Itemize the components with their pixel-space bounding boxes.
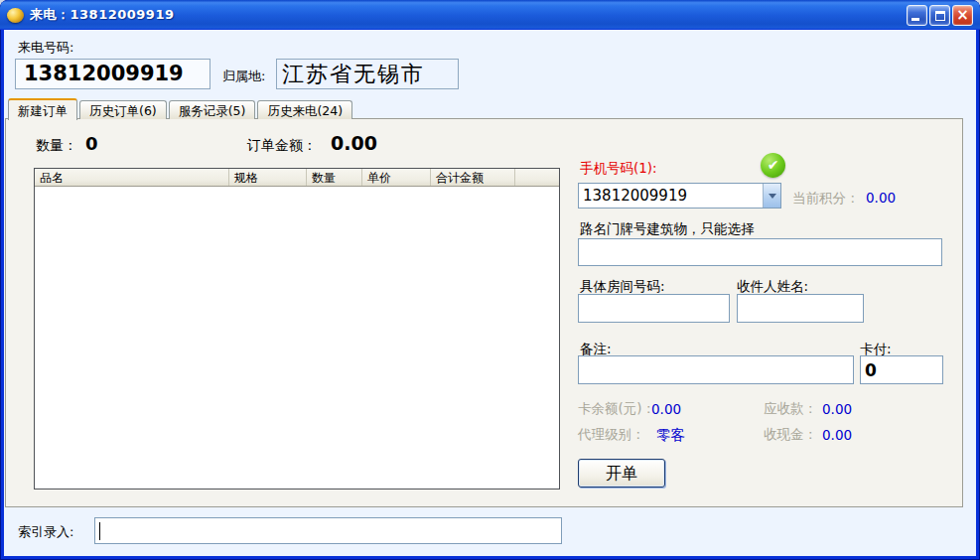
quantity-label: 数量： [36, 137, 77, 155]
column-header-spec[interactable]: 规格 [229, 169, 307, 186]
tabstrip: 新建订单 历史订单(6) 服务记录(5) 历史来电(24) [8, 98, 354, 119]
mobile-number-value: 13812009919 [579, 187, 763, 205]
app-icon [7, 8, 24, 23]
index-entry-label: 索引录入: [18, 523, 73, 541]
column-header-filler [515, 169, 559, 186]
agent-level-label: 代理级别： [578, 426, 645, 444]
close-icon: × [953, 6, 972, 25]
room-number-input[interactable] [578, 294, 730, 323]
new-order-panel: 数量： 0 订单金额： 0.00 品名 规格 数量 单价 合计金额 手机号码(1… [5, 118, 963, 507]
receivable-label: 应收款： [764, 400, 817, 418]
close-button[interactable]: × [952, 5, 973, 26]
location-label: 归属地: [222, 68, 265, 85]
column-header-qty[interactable]: 数量 [307, 169, 362, 186]
mobile-number-label: 手机号码(1): [580, 160, 657, 178]
order-amount-label: 订单金额： [247, 137, 317, 155]
client-area: 来电号码: 13812009919 归属地: 江苏省无锡市 新建订单 历史订单(… [4, 30, 976, 556]
chevron-down-icon [769, 194, 776, 199]
call-popup-window: 来电：13812009919 × 来电号码: 13812009919 归属地: … [0, 0, 980, 560]
combobox-dropdown-button[interactable] [763, 184, 780, 208]
quantity-value: 0 [85, 133, 98, 154]
cash-label: 收现金： [764, 426, 817, 444]
maximize-button[interactable] [929, 5, 950, 26]
caller-number-box: 13812009919 [15, 59, 210, 89]
tab-new-order[interactable]: 新建订单 [8, 98, 77, 120]
window-controls: × [907, 5, 973, 26]
address-label: 路名门牌号建筑物，只能选择 [580, 220, 755, 238]
receivable-value: 0.00 [822, 401, 852, 417]
order-amount-value: 0.00 [331, 132, 377, 154]
address-input[interactable] [578, 238, 942, 266]
window-title: 来电：13812009919 [30, 6, 907, 24]
verified-check-icon: ✔ [761, 153, 785, 178]
location-box: 江苏省无锡市 [276, 59, 459, 89]
text-caret [99, 522, 100, 540]
remark-input[interactable] [578, 355, 854, 384]
order-items-table[interactable]: 品名 规格 数量 单价 合计金额 [34, 168, 560, 490]
card-pay-input[interactable] [860, 355, 943, 384]
column-header-product[interactable]: 品名 [35, 169, 229, 186]
agent-level-value: 零客 [656, 426, 685, 445]
titlebar: 来电：13812009919 × [0, 0, 980, 30]
caller-number-label: 来电号码: [18, 39, 73, 57]
cash-value: 0.00 [822, 427, 852, 443]
index-entry-input[interactable] [94, 517, 562, 544]
tab-order-history[interactable]: 历史订单(6) [79, 100, 167, 119]
open-order-button[interactable]: 开单 [578, 459, 665, 488]
tab-service-records[interactable]: 服务记录(5) [169, 100, 256, 119]
card-balance-value: 0.00 [651, 401, 681, 417]
maximize-icon [935, 11, 945, 21]
points-value: 0.00 [866, 190, 896, 206]
order-items-header: 品名 规格 数量 单价 合计金额 [35, 169, 559, 187]
minimize-button[interactable] [907, 5, 927, 26]
points-label: 当前积分： [792, 190, 860, 208]
minimize-icon [911, 18, 919, 21]
column-header-total[interactable]: 合计金额 [431, 169, 515, 186]
mobile-number-combobox[interactable]: 13812009919 [578, 183, 781, 209]
card-balance-label: 卡余额(元)： [578, 400, 655, 418]
column-header-unit-price[interactable]: 单价 [362, 169, 431, 186]
tab-call-history[interactable]: 历史来电(24) [257, 100, 352, 119]
recipient-name-input[interactable] [737, 294, 864, 323]
